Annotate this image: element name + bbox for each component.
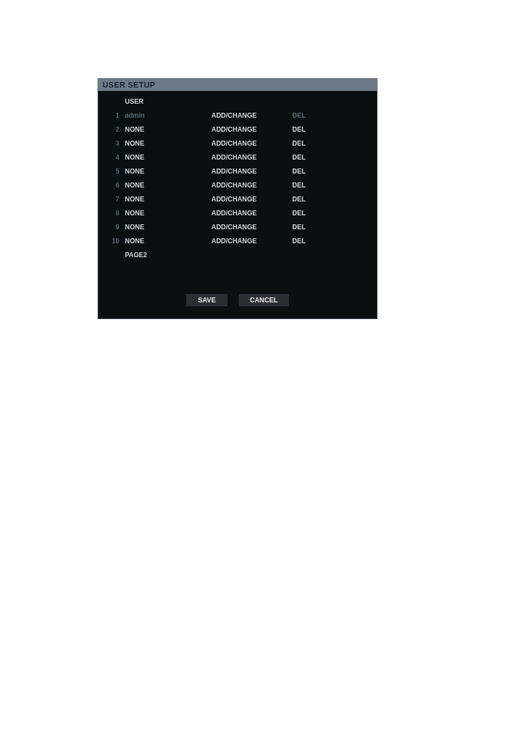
del-button[interactable]: DEL [292,195,326,203]
user-name: admin [125,112,211,119]
row-number: 7 [104,195,125,203]
page2-link[interactable]: PAGE2 [98,248,377,262]
table-row: 9NONEADD/CHANGEDEL [98,220,377,234]
add-change-button[interactable]: ADD/CHANGE [211,181,292,189]
cancel-button[interactable]: CANCEL [239,294,289,306]
table-row: 8NONEADD/CHANGEDEL [98,206,377,220]
table-header-row: USER [98,94,377,108]
user-name: NONE [125,237,211,245]
user-name: NONE [125,167,211,175]
row-number: 10 [104,237,125,245]
row-number: 3 [104,139,125,147]
table-row: 5NONEADD/CHANGEDEL [98,164,377,178]
dialog-content: USER 1adminADD/CHANGEDEL2NONEADD/CHANGED… [98,91,377,319]
del-button[interactable]: DEL [292,139,326,147]
button-bar: SAVE CANCEL [98,290,377,313]
add-change-button[interactable]: ADD/CHANGE [211,209,292,217]
user-name: NONE [125,139,211,147]
del-button[interactable]: DEL [292,237,326,245]
row-number: 8 [104,209,125,217]
table-row: 7NONEADD/CHANGEDEL [98,192,377,206]
table-row: 1adminADD/CHANGEDEL [98,108,377,122]
add-change-button[interactable]: ADD/CHANGE [211,167,292,175]
dialog-title: USER SETUP [98,79,377,91]
user-setup-dialog: USER SETUP USER 1adminADD/CHANGEDEL2NONE… [98,78,378,319]
row-number: 5 [104,167,125,175]
table-row: 3NONEADD/CHANGEDEL [98,136,377,150]
header-user-label: USER [125,98,211,105]
table-row: 10NONEADD/CHANGEDEL [98,234,377,248]
add-change-button[interactable]: ADD/CHANGE [211,223,292,231]
del-button[interactable]: DEL [292,223,326,231]
add-change-button[interactable]: ADD/CHANGE [211,112,292,119]
user-name: NONE [125,181,211,189]
add-change-button[interactable]: ADD/CHANGE [211,126,292,133]
user-name: NONE [125,153,211,161]
del-button[interactable]: DEL [292,153,326,161]
del-button[interactable]: DEL [292,167,326,175]
add-change-button[interactable]: ADD/CHANGE [211,237,292,245]
user-name: NONE [125,209,211,217]
add-change-button[interactable]: ADD/CHANGE [211,153,292,161]
del-button[interactable]: DEL [292,181,326,189]
row-number: 4 [104,153,125,161]
spacer [98,262,377,290]
table-row: 6NONEADD/CHANGEDEL [98,178,377,192]
add-change-button[interactable]: ADD/CHANGE [211,139,292,147]
row-number: 6 [104,181,125,189]
table-row: 4NONEADD/CHANGEDEL [98,150,377,164]
del-button[interactable]: DEL [292,209,326,217]
add-change-button[interactable]: ADD/CHANGE [211,195,292,203]
user-name: NONE [125,195,211,203]
user-name: NONE [125,223,211,231]
user-name: NONE [125,126,211,133]
row-number: 2 [104,126,125,133]
row-number: 1 [104,112,125,119]
save-button[interactable]: SAVE [186,294,228,306]
del-button: DEL [292,112,326,119]
del-button[interactable]: DEL [292,126,326,133]
table-row: 2NONEADD/CHANGEDEL [98,122,377,136]
row-number: 9 [104,223,125,231]
